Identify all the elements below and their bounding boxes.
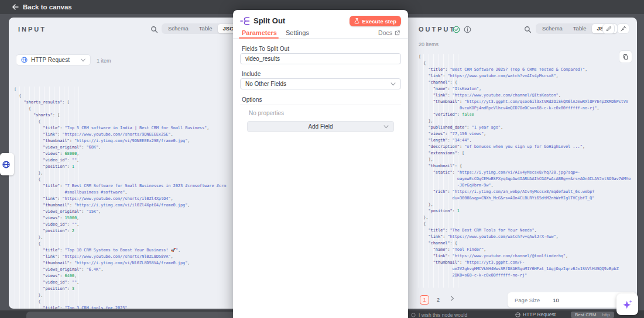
node-wish-hint[interactable]: I wish this node would (411, 312, 467, 318)
code-line: "thumbnail": { (419, 163, 634, 170)
page-button-2[interactable]: 2 (437, 297, 440, 303)
page-button-1[interactable]: 1 (420, 295, 429, 305)
modal-tabs: Parameters Settings Docs (233, 29, 408, 39)
code-line: #smallbusiness #software", (14, 189, 232, 196)
code-line: }, (14, 292, 232, 299)
tab-settings[interactable]: Settings (286, 29, 309, 36)
code-line: "title": "The Best CRM Tools for Your Ne… (419, 227, 634, 234)
chevron-down-icon (390, 82, 396, 86)
code-line: [ (14, 87, 232, 93)
http-request-node-label: HTTP Request (515, 312, 556, 317)
output-tab-schema[interactable]: Schema (537, 24, 568, 33)
code-line: "title": "Top 5 CRM software in India | … (14, 125, 232, 132)
edit-output-button[interactable] (602, 23, 615, 34)
fields-to-split-label: Fields To Split Out (242, 46, 289, 52)
code-line: "title": "Top 10 CRM Systems to Boost Yo… (14, 247, 232, 254)
flask-icon (354, 18, 359, 24)
code-line: "position": 1 (14, 164, 232, 170)
output-item-count: 20 items (419, 42, 439, 47)
code-line: "position": 3 (14, 286, 232, 292)
ai-assistant-button[interactable] (616, 293, 638, 315)
split-out-node-icon (240, 16, 250, 28)
code-line: "static": "https://i.ytimg.com/vi/AIv4yM… (419, 170, 634, 176)
code-line: "shorts": [ (14, 112, 232, 119)
include-select[interactable]: No Other Fields (240, 78, 401, 89)
next-page-button[interactable] (450, 296, 454, 302)
code-line: "extensions": [ (419, 150, 634, 157)
add-field-label: Add Field (308, 123, 333, 130)
chip-left-text: Best CRM (575, 312, 596, 317)
code-line: "views": 15000, (14, 215, 232, 222)
options-label: Options (242, 96, 262, 103)
code-line: "title": "Top 3 CRM tools for 2025", (14, 305, 232, 309)
code-line: { (14, 106, 232, 112)
split-out-node-modal: Split Out Execute step Parameters Settin… (233, 10, 408, 318)
output-panel: OUTPUT Schema Table JSON 20 items [ { "t… (408, 18, 637, 309)
page-size-label: Page Size (508, 297, 540, 303)
copy-output-button[interactable] (619, 50, 632, 63)
page-size-value[interactable]: 10 (540, 297, 559, 303)
code-line: "verified": false (419, 112, 634, 118)
input-search-icon[interactable] (150, 25, 158, 36)
code-line: -J0rGqVbrm-9w", (419, 182, 634, 189)
code-line: "thumbnail": "https://i.ytimg.com/vi/Nl0… (14, 260, 232, 267)
input-source-node-selector[interactable]: HTTP Request (16, 54, 91, 65)
code-line: "description": "of bonuses when you sign… (419, 144, 634, 150)
code-line: du=3000&sqp=CNXh_McG&rs=AOn4CLBLRYi65dtM… (419, 195, 634, 202)
code-line: { (419, 60, 634, 67)
active-tab-underline (239, 37, 279, 39)
input-tab-schema[interactable]: Schema (163, 24, 194, 33)
output-search-icon[interactable] (524, 25, 532, 36)
code-line: "rich": "https://i.ytimg.com/an_webp/AIv… (419, 189, 634, 195)
code-line: "position": 1 (419, 208, 634, 215)
code-line: "thumbnail": "https://yt3.ggpht.com/F- (419, 260, 634, 266)
code-line: }, (14, 234, 232, 241)
output-json-view[interactable]: [ { "title": "Best CRM Software 2025? (T… (419, 54, 634, 309)
input-node-side-tab[interactable] (0, 153, 14, 175)
code-line: "channel": { (419, 80, 634, 86)
fields-to-split-input[interactable]: video_results (240, 53, 401, 64)
code-line: { (14, 299, 232, 305)
code-line: "title": "7 Best CRM Software for Small … (14, 183, 232, 189)
input-panel: INPUT Schema Table JSON HTTP Request 1 i… (9, 18, 233, 309)
code-line: [ (419, 54, 634, 60)
code-line: }, (419, 202, 634, 208)
chip-right-text: http (602, 312, 609, 317)
pin-output-button[interactable] (617, 23, 629, 34)
chevron-right-icon (450, 296, 454, 301)
sparkle-icon (622, 299, 633, 310)
input-json-view[interactable]: [ { "shorts_results": [ { "shorts": [ { … (14, 87, 232, 309)
code-line: "published_date": "1 year ago", (419, 125, 634, 131)
code-line: "position": 2 (14, 228, 232, 234)
code-line: "name": "Tool Finder", (419, 247, 634, 253)
code-line: }, (14, 170, 232, 177)
execute-step-button[interactable]: Execute step (350, 16, 401, 26)
input-tab-table[interactable]: Table (194, 24, 218, 33)
code-line: { (14, 241, 232, 247)
docs-link[interactable]: Docs (378, 29, 400, 36)
code-line: "shorts_results": [ (14, 99, 232, 106)
copy-icon (622, 54, 629, 60)
input-source-node-label: HTTP Request (31, 57, 70, 63)
output-panel-title: OUTPUT (419, 26, 455, 33)
globe-icon (515, 312, 520, 317)
code-line: "link": "https://www.youtube.com/channel… (419, 92, 634, 99)
chevron-down-icon (383, 125, 389, 129)
info-circle-icon[interactable] (464, 25, 471, 36)
code-line: "name": "ItsKeaton", (419, 86, 634, 92)
output-pagination-bar: 1 2 Page Size 10 (408, 291, 637, 309)
code-line: "thumbnail": "https://i.ytimg.com/vi/il0… (14, 202, 232, 209)
globe-icon (21, 57, 28, 63)
code-line: ue2V2ghvgHMCVkNH4WwsSRfD8AH3goM1Y6HFat_1… (419, 266, 634, 272)
back-to-canvas-button[interactable]: Back to canvas (12, 4, 72, 11)
code-line: "video_id": "", (14, 279, 232, 286)
input-tab-json[interactable]: JSON (218, 24, 233, 33)
add-field-button[interactable]: Add Field (247, 121, 394, 132)
code-line: "link": "https://www.youtube.com/watch?v… (419, 234, 634, 240)
tab-parameters[interactable]: Parameters (242, 29, 277, 36)
fields-to-split-value: video_results (245, 56, 280, 62)
output-tab-table[interactable]: Table (568, 24, 592, 33)
code-line: { (14, 177, 232, 183)
result-chip: Best CRM http (571, 312, 614, 318)
code-line: "link": "https://www.youtube.com//shorts… (14, 132, 232, 138)
